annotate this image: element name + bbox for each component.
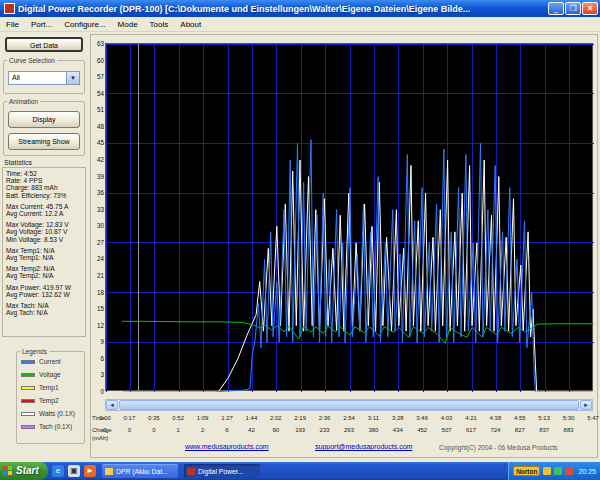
legend-swatch <box>21 360 35 364</box>
y-tick-label: 54 <box>91 90 104 97</box>
tray-icon[interactable] <box>543 467 551 475</box>
x-tick-label: 827 <box>515 427 525 433</box>
menu-item-port[interactable]: Port... <box>25 20 58 29</box>
desktop: Digital Power Recorder (DPR-100) [C:\Dok… <box>0 0 600 480</box>
support-email-link[interactable]: support@medusaproducts.com <box>315 443 412 450</box>
get-data-button[interactable]: Get Data <box>5 37 83 52</box>
stat-line: Avg Temp2: N/A <box>6 272 85 279</box>
internet-explorer-icon[interactable]: e <box>52 465 64 477</box>
scrollbar-thumb[interactable] <box>119 400 579 410</box>
tray-icon[interactable] <box>565 467 573 475</box>
animation-group: Animation Display Streaming Show <box>3 98 85 156</box>
close-button[interactable]: ✕ <box>582 2 598 15</box>
y-tick-label: 57 <box>91 73 104 80</box>
x-tick-label: 5:30 <box>563 415 575 421</box>
x-tick-label: 0:52 <box>172 415 184 421</box>
x-tick-label: 4:21 <box>465 415 477 421</box>
scroll-right-icon[interactable]: ► <box>580 400 592 410</box>
stat-line: Rate: 4 PPS <box>6 177 85 184</box>
stat-line: Avg Voltage: 10.87 V <box>6 228 85 235</box>
x-tick-label: 0 <box>128 427 131 433</box>
task-button[interactable]: DPR (Akku Dat... <box>102 464 178 478</box>
x-tick-label: 1:44 <box>246 415 258 421</box>
start-button[interactable]: Start <box>0 462 48 480</box>
y-tick-label: 51 <box>91 106 104 113</box>
charge-unit-label: (mAh) <box>92 435 108 441</box>
chevron-down-icon[interactable]: ▼ <box>66 72 79 84</box>
legend-item: Tach (0.1X) <box>17 420 84 433</box>
x-tick-label: 0 <box>103 427 106 433</box>
x-tick-label: 3:28 <box>392 415 404 421</box>
curve-select-dropdown[interactable]: All ▼ <box>8 71 80 85</box>
x-tick-label: 380 <box>368 427 378 433</box>
scroll-left-icon[interactable]: ◄ <box>106 400 118 410</box>
y-tick-label: 33 <box>91 206 104 213</box>
title-bar: Digital Power Recorder (DPR-100) [C:\Dok… <box>0 0 600 17</box>
x-tick-label: 837 <box>539 427 549 433</box>
tray-icon[interactable] <box>554 467 562 475</box>
task-button[interactable]: Digital Power... <box>184 464 260 478</box>
minimize-button[interactable]: _ <box>548 2 564 15</box>
x-tick-label: 883 <box>564 427 574 433</box>
menu-item-tools[interactable]: Tools <box>144 20 175 29</box>
x-tick-label: 4:55 <box>514 415 526 421</box>
x-tick-label: 4:03 <box>441 415 453 421</box>
x-tick-label: 3:46 <box>416 415 428 421</box>
animation-label: Animation <box>7 98 40 105</box>
x-tick-label: 1:09 <box>197 415 209 421</box>
start-label: Start <box>16 465 39 476</box>
legend-heading: Legends <box>20 348 49 355</box>
y-tick-label: 63 <box>91 40 104 47</box>
legend-swatch <box>21 425 35 429</box>
curve-selection-group: Curve Selection All ▼ <box>3 57 85 94</box>
x-tick-label: 1:27 <box>221 415 233 421</box>
statistics-heading: Statistics <box>4 159 32 166</box>
taskbar-clock: 20:25 <box>578 468 596 475</box>
menu-item-configure[interactable]: Configure... <box>58 20 111 29</box>
windows-logo-icon <box>3 466 13 476</box>
stat-line: Max Tach: N/A <box>6 302 85 309</box>
streaming-show-button[interactable]: Streaming Show <box>8 133 80 150</box>
chart-panel: 6360575451484542393633302724211815129630… <box>90 34 598 458</box>
norton-tray-badge[interactable]: Norton <box>513 466 540 476</box>
stat-line: Max Voltage: 12.83 V <box>6 221 85 228</box>
legend-label: Watts (0.1X) <box>39 410 75 417</box>
footer: www.medusaproducts.com support@medusapro… <box>91 443 599 455</box>
x-tick-label: 42 <box>248 427 255 433</box>
app-icon <box>187 468 195 475</box>
stat-line: Max Current: 45.75 A <box>6 203 85 210</box>
y-tick-label: 15 <box>91 305 104 312</box>
y-tick-label: 39 <box>91 173 104 180</box>
stat-line: Charge: 883 mAh <box>6 184 85 191</box>
legend-swatch <box>21 373 35 377</box>
menu-item-about[interactable]: About <box>174 20 207 29</box>
task-buttons: DPR (Akku Dat...Digital Power... <box>96 464 260 478</box>
stat-line: Avg Power: 132.62 W <box>6 291 85 298</box>
x-tick-label: 293 <box>344 427 354 433</box>
media-player-icon[interactable]: ► <box>84 465 96 477</box>
x-tick-label: 434 <box>393 427 403 433</box>
show-desktop-icon[interactable]: ▣ <box>68 465 80 477</box>
horizontal-scrollbar[interactable]: ◄ ► <box>105 399 593 411</box>
display-button[interactable]: Display <box>8 111 80 128</box>
legend-swatch <box>21 412 35 416</box>
stat-line: Avg Temp1: N/A <box>6 254 85 261</box>
x-tick-label: 4:38 <box>490 415 502 421</box>
y-tick-label: 30 <box>91 222 104 229</box>
x-tick-label: 193 <box>295 427 305 433</box>
y-tick-label: 36 <box>91 189 104 196</box>
x-tick-label: 6 <box>225 427 228 433</box>
y-tick-label: 0 <box>91 388 104 395</box>
y-tick-label: 48 <box>91 123 104 130</box>
menu-item-mode[interactable]: Mode <box>112 20 144 29</box>
menu-item-file[interactable]: File <box>0 20 25 29</box>
maximize-button[interactable]: ❐ <box>565 2 581 15</box>
charge-row-label: Charge <box>92 427 112 433</box>
stat-line: Batt. Efficiency: 73% <box>6 192 85 199</box>
stat-line: Time: 4:52 <box>6 170 85 177</box>
website-link[interactable]: www.medusaproducts.com <box>185 443 269 450</box>
x-tick-label: 2 <box>201 427 204 433</box>
plot-area[interactable] <box>105 43 593 391</box>
y-tick-label: 3 <box>91 371 104 378</box>
legend-label: Tach (0.1X) <box>39 423 72 430</box>
